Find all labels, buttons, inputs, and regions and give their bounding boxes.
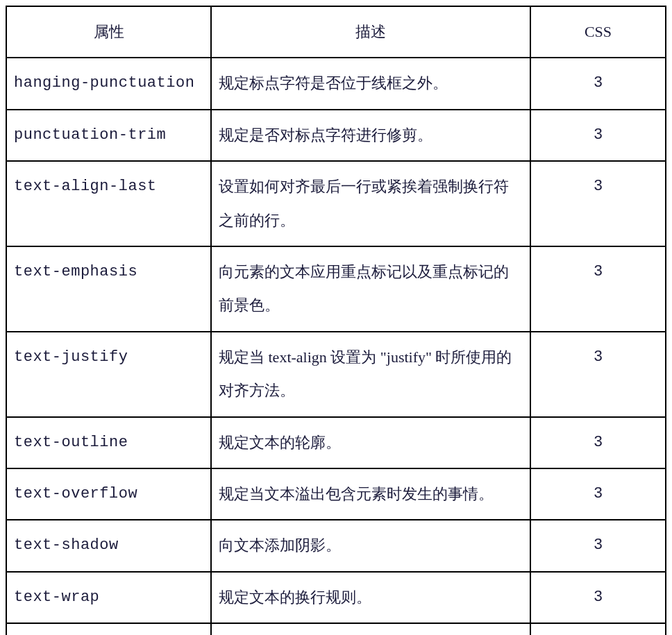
table-row: text-shadow 向文本添加阴影。 3 bbox=[6, 520, 666, 571]
cell-property: text-overflow bbox=[6, 468, 211, 520]
cell-description: 规定当 text-align 设置为 "justify" 时所使用的对齐方法。 bbox=[211, 332, 530, 417]
table-row: punctuation-trim 规定是否对标点字符进行修剪。 3 bbox=[6, 110, 666, 161]
header-css: CSS bbox=[530, 6, 666, 58]
cell-css: 3 bbox=[530, 520, 666, 571]
table-row: text-justify 规定当 text-align 设置为 "justify… bbox=[6, 332, 666, 417]
table-row: hanging-punctuation 规定标点字符是否位于线框之外。 3 bbox=[6, 58, 666, 109]
cell-property: punctuation-trim bbox=[6, 110, 211, 161]
cell-description: 向文本添加阴影。 bbox=[211, 520, 530, 571]
cell-description: 规定当文本溢出包含元素时发生的事情。 bbox=[211, 468, 530, 520]
cell-css: 3 bbox=[530, 623, 666, 635]
cell-css: 3 bbox=[530, 110, 666, 161]
cell-description: 规定文本的换行规则。 bbox=[211, 572, 530, 623]
cell-property: hanging-punctuation bbox=[6, 58, 211, 109]
cell-css: 3 bbox=[530, 58, 666, 109]
header-property: 属性 bbox=[6, 6, 211, 58]
cell-property: text-outline bbox=[6, 417, 211, 468]
cell-css: 3 bbox=[530, 572, 666, 623]
cell-css: 3 bbox=[530, 332, 666, 417]
table-row: text-overflow 规定当文本溢出包含元素时发生的事情。 3 bbox=[6, 468, 666, 520]
cell-description: 规定非中日韩文本的换行规则。 bbox=[211, 623, 530, 635]
cell-css: 3 bbox=[530, 417, 666, 468]
cell-description: 规定是否对标点字符进行修剪。 bbox=[211, 110, 530, 161]
table-row: text-outline 规定文本的轮廓。 3 bbox=[6, 417, 666, 468]
cell-css: 3 bbox=[530, 468, 666, 520]
cell-css: 3 bbox=[530, 246, 666, 332]
cell-property: text-emphasis bbox=[6, 246, 211, 332]
css-properties-table: 属性 描述 CSS hanging-punctuation 规定标点字符是否位于… bbox=[6, 6, 666, 635]
table-row: text-align-last 设置如何对齐最后一行或紧挨着强制换行符之前的行。… bbox=[6, 161, 666, 246]
cell-css: 3 bbox=[530, 161, 666, 246]
cell-property: text-justify bbox=[6, 332, 211, 417]
table-header-row: 属性 描述 CSS bbox=[6, 6, 666, 58]
cell-property: text-align-last bbox=[6, 161, 211, 246]
header-description: 描述 bbox=[211, 6, 530, 58]
cell-property: word-break bbox=[6, 623, 211, 635]
table-row: word-break 规定非中日韩文本的换行规则。 3 bbox=[6, 623, 666, 635]
cell-description: 向元素的文本应用重点标记以及重点标记的前景色。 bbox=[211, 246, 530, 332]
cell-property: text-wrap bbox=[6, 572, 211, 623]
table-body: hanging-punctuation 规定标点字符是否位于线框之外。 3 pu… bbox=[6, 58, 666, 635]
table-row: text-wrap 规定文本的换行规则。 3 bbox=[6, 572, 666, 623]
cell-description: 规定标点字符是否位于线框之外。 bbox=[211, 58, 530, 109]
cell-property: text-shadow bbox=[6, 520, 211, 571]
cell-description: 设置如何对齐最后一行或紧挨着强制换行符之前的行。 bbox=[211, 161, 530, 246]
table-row: text-emphasis 向元素的文本应用重点标记以及重点标记的前景色。 3 bbox=[6, 246, 666, 332]
cell-description: 规定文本的轮廓。 bbox=[211, 417, 530, 468]
